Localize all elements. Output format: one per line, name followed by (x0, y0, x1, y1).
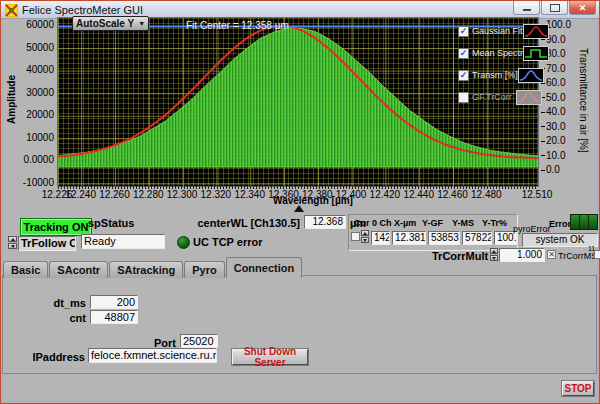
fit-center-annotation: Fit Center = 12.358 µm (186, 20, 289, 31)
cursor-header: Cur 0 Ch X-µm (354, 218, 416, 228)
ipaddress-field[interactable]: feloce.fxmnet.science.ru.nl (88, 348, 217, 363)
x-tick-label: 12.440 (402, 189, 436, 200)
x-tick-label: 12.260 (97, 189, 131, 200)
tab-pyro[interactable]: Pyro (184, 261, 224, 278)
legend-label: Transm [%] (472, 70, 518, 80)
y-right-tick-label: 20.0 (541, 135, 565, 146)
y-left-tick-label: 60000 (18, 19, 54, 30)
x-tick-label: 12.240 (64, 189, 98, 200)
trcorrmult-label: TrCorrMult (432, 250, 488, 262)
error-led-cell (580, 215, 588, 229)
dt-ms-field[interactable]: 200 (90, 295, 138, 309)
y-left-tick-label: 30000 (18, 87, 54, 98)
spinner-up-icon[interactable] (361, 230, 369, 236)
x-tick-label: 12.380 (300, 189, 334, 200)
y-right-tick-label: 30.0 (541, 121, 565, 132)
cursor-value: 57822 (462, 231, 492, 245)
x-tick-label: 12.460 (435, 189, 469, 200)
legend-label: Mean Spectr (472, 48, 523, 58)
legend-glyph-icon (523, 24, 549, 39)
y-left-tick-label: 10000 (18, 132, 54, 143)
legend-label: GF.TrCorr (472, 92, 516, 102)
trfollow-control[interactable]: TrFollow ON (18, 236, 76, 251)
legend-checkbox[interactable]: ✓ (458, 70, 469, 81)
y-axis-label-right: Transmittance in air [%] (578, 48, 589, 153)
y-right-tick-label: 60.0 (541, 77, 565, 88)
errors-led-array (570, 214, 598, 230)
x-tick-label: 12.300 (165, 189, 199, 200)
cursor-checkbox[interactable] (351, 232, 360, 241)
autoscale-y-label: AutoScale Y (76, 18, 134, 29)
legend-checkbox[interactable]: ✓ (458, 26, 469, 37)
spinner-down-icon[interactable] (8, 243, 17, 249)
system-status-field: system OK (522, 233, 598, 247)
uc-tcp-error-label: UC TCP error (193, 236, 262, 248)
trcorrmult-field[interactable]: 1.000 (499, 248, 545, 262)
legend-glyph-icon (518, 68, 544, 83)
trcorrmsgf-checkbox[interactable] (594, 250, 600, 259)
port-field[interactable]: 25020 (180, 334, 218, 348)
y-right-tick-label: 10.0 (541, 150, 565, 161)
dropdown-arrow-icon: ▼ (138, 20, 145, 27)
error-led-cell (589, 215, 597, 229)
legend-item-gaussian-fit[interactable]: ✓Gaussian Fit (458, 23, 542, 39)
tab-satracking[interactable]: SAtracking (109, 261, 183, 278)
tab-strip: BasicSAcontrSAtrackingPyroConnection (3, 257, 303, 276)
stop-button[interactable]: STOP (562, 381, 594, 396)
y-right-tick-label: 40.0 (541, 106, 565, 117)
spectrum-graph: Amplitude Transmittance in air [%] Wavel… (0, 0, 600, 212)
legend-checkbox[interactable]: ✓ (458, 48, 469, 59)
spinner-up-icon[interactable] (8, 236, 17, 242)
cursor-value[interactable]: 12.381 (392, 231, 426, 245)
y-right-tick-label: 70.0 (541, 63, 565, 74)
legend-glyph-icon (523, 46, 549, 61)
y-axis-label-left: Amplitude (6, 75, 17, 124)
plot-area[interactable]: Fit Center = 12.358 µm ✓Gaussian Fit✓Mea… (57, 17, 539, 187)
legend-item-mean-spectr[interactable]: ✓Mean Spectr (458, 45, 542, 61)
cursor-value: 53853 (428, 231, 460, 245)
legend-item-gf-trcorr[interactable]: GF.TrCorr (458, 89, 542, 105)
tab-panel-connection: dt_ms 200 cnt 48807 Port 25020 IPaddress… (2, 275, 597, 374)
tab-basic[interactable]: Basic (3, 261, 48, 278)
y-right-tick-label: 50.0 (541, 92, 565, 103)
tab-connection[interactable]: Connection (226, 257, 303, 278)
cursor-header: Y-GF (422, 218, 443, 228)
cursor-marker-icon[interactable] (294, 205, 304, 212)
tab-sacontr[interactable]: SAcontr (49, 261, 108, 278)
spinner-down-icon[interactable] (490, 255, 498, 261)
trfollow-stepper[interactable] (8, 236, 17, 249)
error-led-cell (571, 215, 579, 229)
spinner-down-icon[interactable] (361, 237, 369, 243)
centerwl-label: centerWL [Ch130.5] (195, 217, 300, 229)
spstatus-field: Ready (81, 234, 165, 249)
shutdown-server-button[interactable]: Shut Down Server (232, 349, 308, 365)
trcorrmult-stepper[interactable] (490, 248, 498, 261)
y-left-tick-label: 40000 (18, 64, 54, 75)
legend-item-transm----[interactable]: ✓Transm [%] (458, 67, 542, 83)
x-tick-label: 12.480 (469, 189, 503, 200)
cursor-value[interactable]: 142 (371, 231, 390, 245)
y-left-tick-label: 20000 (18, 109, 54, 120)
y-left-tick-label: 0.0000 (18, 154, 54, 165)
x-tick-label: 12.400 (334, 189, 368, 200)
x-tick-label: 12.510 (520, 189, 554, 200)
uc-tcp-error-led (177, 236, 190, 249)
cursor-panel: Cur 0 Ch X-µmY-GFY-MSY-Tr%14212.38153853… (348, 214, 518, 251)
dt-ms-label: dt_ms (48, 297, 86, 309)
x-tick-label: 12.420 (368, 189, 402, 200)
centerwl-field[interactable]: 12.368 (304, 215, 346, 229)
cnt-field: 48807 (90, 310, 138, 324)
legend-label: Gaussian Fit (472, 26, 523, 36)
ipaddress-label: IPaddress (31, 351, 85, 363)
y-left-tick-label: 50000 (18, 42, 54, 53)
legend-checkbox[interactable] (458, 92, 469, 103)
x-tick-label: 12.340 (233, 189, 267, 200)
trcorr-x-icon[interactable]: ✕ (547, 250, 556, 259)
spinner-up-icon[interactable] (490, 248, 498, 254)
x-tick-label: 12.320 (199, 189, 233, 200)
spstatus-label: spStatus (88, 217, 134, 229)
y-left-tick-label: -10000 (18, 177, 54, 188)
cursor-stepper[interactable] (361, 230, 369, 243)
cursor-header: Y-Tr% (482, 218, 507, 228)
autoscale-y-button[interactable]: AutoScale Y ▼ (72, 16, 149, 31)
